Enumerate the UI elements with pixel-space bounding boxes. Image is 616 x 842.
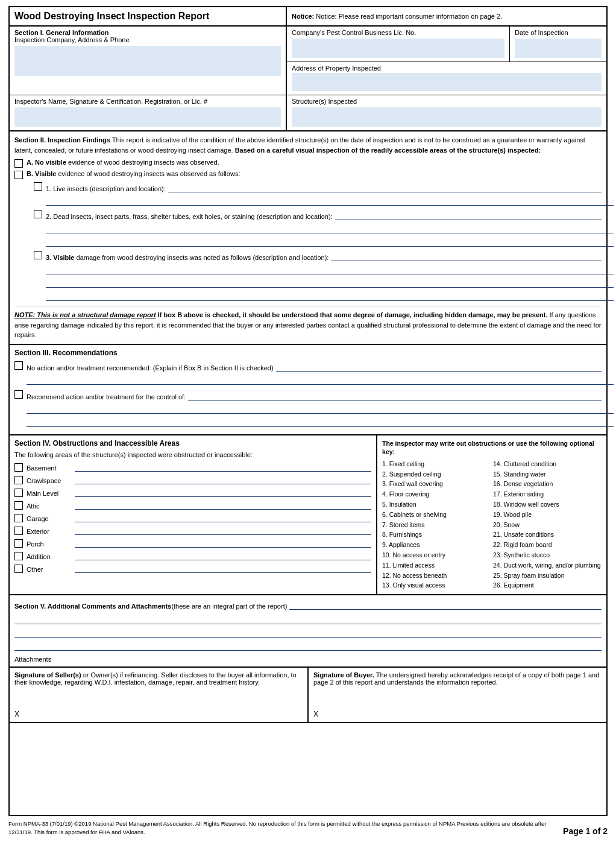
obstruction-list: BasementCrawlspaceMain LevelAtticGarageE… — [14, 462, 371, 573]
address-input[interactable] — [292, 73, 602, 91]
item-3-row: 3. Visible damage from wood destroying i… — [34, 250, 602, 261]
key-item: 11. Limited access — [382, 560, 491, 571]
section2: Section II. Inspection Findings This rep… — [10, 131, 606, 345]
item-2-field: 2. Dead insects, insect parts, frass, sh… — [46, 209, 602, 220]
obstruction-line[interactable] — [75, 513, 371, 522]
company-address-input[interactable] — [14, 46, 281, 76]
recommend-label: Recommend action and/or treatment for th… — [27, 393, 186, 400]
item-1-line2[interactable] — [46, 195, 614, 206]
section4-right: The inspector may write out obstructions… — [377, 435, 606, 595]
section1-right: Company's Pest Control Business Lic. No.… — [287, 27, 606, 95]
lic-input[interactable] — [292, 39, 504, 58]
obstruction-checkbox[interactable] — [14, 527, 23, 535]
key-heading: The inspector may write out obstructions… — [382, 439, 602, 457]
section4-heading: Section IV. Obstructions and Inaccessibl… — [14, 439, 371, 448]
key-item: 15. Standing water — [493, 469, 602, 480]
obstruction-row: Other — [14, 563, 371, 573]
obstruction-label: Porch — [27, 540, 75, 548]
structures-input[interactable] — [292, 107, 602, 127]
no-action-input[interactable] — [276, 361, 602, 372]
item-1-input[interactable] — [168, 182, 602, 192]
item-2-line3[interactable] — [46, 236, 614, 247]
obstruction-label: Attic — [27, 502, 75, 510]
obstruction-line[interactable] — [75, 525, 371, 535]
item-2-row: 2. Dead insects, insect parts, frass, sh… — [34, 209, 602, 220]
obstruction-label: Crawlspace — [27, 477, 75, 484]
attachments-row: Attachments — [14, 656, 602, 663]
item-3-line2[interactable] — [46, 264, 614, 274]
checkbox-recommend[interactable] — [14, 390, 23, 399]
obstruction-checkbox[interactable] — [14, 501, 23, 510]
item-3-line4[interactable] — [46, 290, 614, 301]
obstruction-line[interactable] — [75, 462, 371, 472]
key-item: 20. Snow — [493, 520, 602, 530]
item-3-inline: 3. Visible damage from wood destroying i… — [46, 250, 602, 261]
item-3-input[interactable] — [331, 250, 602, 261]
inspector-label: Inspector's Name, Signature & Certificat… — [14, 98, 281, 105]
section5-line3[interactable] — [14, 627, 602, 638]
structures-section: Structure(s) Inspected — [287, 95, 606, 130]
checkbox-2[interactable] — [34, 210, 42, 218]
recommend-input[interactable] — [188, 390, 602, 400]
section5-heading-bold: Section V. Additional Comments and Attac… — [14, 603, 171, 610]
item-1-label: 1. Live insects (description and locatio… — [46, 185, 166, 192]
section5-line4[interactable] — [14, 640, 602, 651]
obstruction-label: Exterior — [27, 528, 75, 535]
obstruction-checkbox[interactable] — [14, 552, 23, 560]
obstruction-row: Crawlspace — [14, 475, 371, 484]
section5-line2[interactable] — [14, 613, 602, 624]
obstruction-checkbox[interactable] — [14, 489, 23, 497]
checkbox-a[interactable] — [14, 159, 23, 168]
no-action-row: No action and/or treatment recommended: … — [14, 361, 602, 372]
item-2-label: 2. Dead insects, insect parts, frass, sh… — [46, 213, 333, 220]
section5-input[interactable] — [289, 599, 602, 610]
buyer-signature-section: Signature of Buyer. The undersigned here… — [309, 668, 606, 722]
obstruction-line[interactable] — [75, 551, 371, 560]
item-2-input[interactable] — [335, 209, 602, 220]
obstruction-checkbox[interactable] — [14, 539, 23, 548]
section5-header-row: Section V. Additional Comments and Attac… — [14, 599, 602, 610]
structures-label: Structure(s) Inspected — [292, 98, 602, 105]
obstruction-checkbox[interactable] — [14, 514, 23, 522]
no-action-line2[interactable] — [27, 374, 614, 385]
no-action-label: No action and/or treatment recommended: … — [27, 364, 274, 372]
signature-section: Signature of Seller(s) or Owner(s) if re… — [10, 668, 606, 723]
buyer-x: X — [313, 710, 602, 718]
checkbox-no-action[interactable] — [14, 361, 23, 370]
obstruction-line[interactable] — [75, 487, 371, 497]
date-input[interactable] — [515, 39, 602, 58]
obstruction-checkbox[interactable] — [14, 476, 23, 484]
obstruction-line[interactable] — [75, 563, 371, 573]
obstruction-label: Garage — [27, 515, 75, 522]
obstruction-checkbox[interactable] — [14, 463, 23, 472]
item-b-label: B. Visible evidence of wood destroying i… — [27, 170, 240, 177]
section5-heading-normal: (these are an integral part of the repor… — [171, 603, 287, 610]
recommend-line2[interactable] — [27, 403, 614, 414]
item-a-label: A. No visible evidence of wood destroyin… — [27, 159, 219, 166]
obstruction-checkbox[interactable] — [14, 565, 23, 573]
section4-sub: The following areas of the structure(s) … — [14, 451, 371, 458]
item-a-row: A. No visible evidence of wood destroyin… — [14, 159, 602, 168]
obstruction-line[interactable] — [75, 538, 371, 548]
key-item: 26. Equipment — [493, 580, 602, 590]
obstruction-line[interactable] — [75, 500, 371, 510]
item-b-row: B. Visible evidence of wood destroying i… — [14, 170, 602, 179]
seller-x: X — [14, 710, 303, 718]
key-item: 17. Exterior siding — [493, 489, 602, 499]
recommend-line3[interactable] — [27, 416, 614, 427]
key-item: 23. Synthetic stucco — [493, 550, 602, 560]
obstruction-label: Other — [27, 566, 75, 573]
notice-text: Notice: Notice: Please read important co… — [292, 13, 502, 20]
item-3-line3[interactable] — [46, 277, 614, 288]
report-title-section: Wood Destroying Insect Inspection Report — [10, 7, 287, 25]
inspector-input[interactable] — [14, 107, 281, 127]
item-2-line2[interactable] — [46, 223, 614, 233]
checkbox-3[interactable] — [34, 251, 42, 259]
date-label: Date of Inspection — [515, 29, 602, 36]
notice-section: Notice: Notice: Please read important co… — [287, 7, 606, 25]
key-item: 3. Fixed wall covering — [382, 479, 491, 489]
checkbox-b[interactable] — [14, 171, 23, 179]
recommend-row: Recommend action and/or treatment for th… — [14, 390, 602, 400]
checkbox-1[interactable] — [34, 182, 42, 191]
obstruction-line[interactable] — [75, 475, 371, 484]
